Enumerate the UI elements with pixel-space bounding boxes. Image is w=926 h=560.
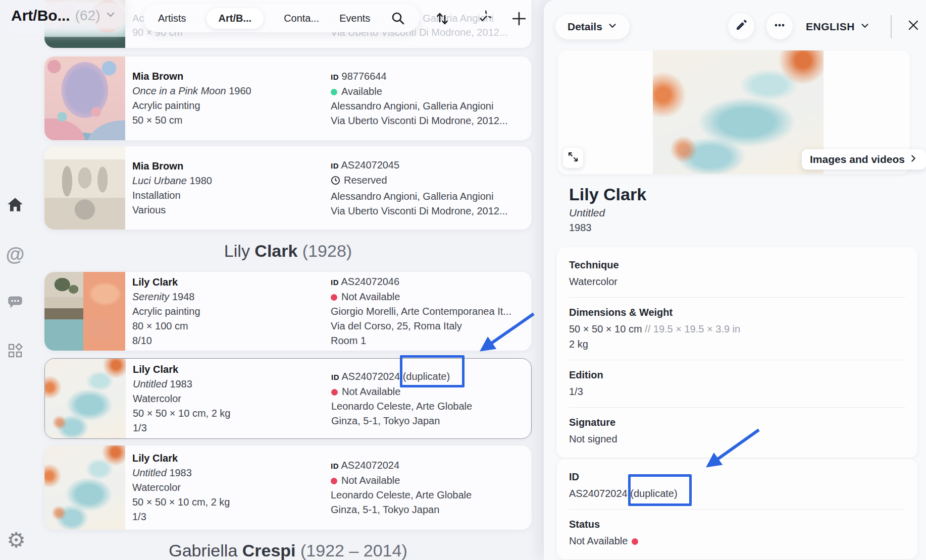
chevron-down-icon (607, 21, 618, 33)
artwork-year: 1983 (170, 378, 192, 389)
gear-icon: ⚙ (7, 528, 26, 552)
artist-section-header: Lily Clark (1928) (44, 241, 532, 261)
edit-button[interactable] (728, 13, 754, 39)
duplicate-flag: (duplicate) (403, 371, 450, 382)
images-and-videos-label: Images and videos (810, 153, 905, 165)
tab-artists[interactable]: Artists (158, 13, 186, 24)
more-options-button[interactable] (766, 13, 793, 39)
artwork-id-status-card: ID AS24072024 (duplicate) Status Not Ava… (557, 459, 917, 559)
artwork-title: Untitled (133, 378, 167, 389)
edition-value: 1/3 (569, 384, 905, 399)
details-dropdown[interactable]: Details (555, 14, 630, 39)
artist-years: (1922 – 2014) (300, 541, 407, 560)
artist-name: Lily Clark (133, 362, 331, 377)
details-panel: Details ENGLISH (544, 0, 926, 560)
sidebar-item-messages[interactable] (7, 294, 24, 311)
artwork-title: Once in a Pink Moon (132, 85, 226, 96)
status-label: Status (569, 518, 905, 531)
artwork-id: AS24072024 (341, 460, 399, 471)
artist-name: Mia Brown (132, 69, 331, 84)
tab-contacts[interactable]: Conta... (284, 13, 319, 24)
edition-label: Edition (569, 368, 905, 381)
add-button[interactable] (510, 11, 528, 28)
check-circle-icon (475, 11, 491, 29)
sidebar-item-dashboard[interactable] (7, 344, 23, 360)
artwork-id: AS24072024 (341, 371, 400, 382)
artwork-card[interactable]: Lily Clark Serenity 1948 Acrylic paintin… (44, 272, 532, 351)
id-label: ID (331, 373, 339, 381)
artwork-dimensions: Various (132, 203, 331, 217)
artwork-technique: Watercolor (132, 480, 331, 495)
panel-duplicate-flag: (duplicate) (630, 488, 677, 499)
select-button[interactable] (475, 11, 492, 28)
page-title[interactable]: Art/Bo... (62) (4, 3, 123, 28)
artwork-thumbnail (45, 359, 126, 438)
artwork-technique: Watercolor (133, 391, 331, 406)
artwork-edition: 1/3 (133, 421, 331, 435)
artwork-year: 1948 (172, 291, 195, 302)
address-text: Via Uberto Visconti Di Modrone, 2012... (331, 114, 524, 128)
artist-last-name: Clark (254, 241, 297, 260)
panel-artist-name: Lily Clark (569, 185, 646, 204)
id-label: ID (331, 73, 339, 81)
artwork-year: 1960 (229, 85, 251, 96)
id-label: ID (331, 161, 339, 170)
address-text: Ginza, 5-1, Tokyo Japan (331, 414, 523, 428)
chevron-right-icon (909, 153, 918, 165)
artwork-year: 1980 (189, 175, 212, 186)
sort-button[interactable] (434, 11, 451, 28)
sidebar-item-mentions[interactable]: @ (0, 243, 30, 265)
page-title-count: (62) (75, 8, 100, 24)
details-dropdown-label: Details (568, 21, 602, 33)
id-label: ID (569, 470, 905, 483)
tab-artworks[interactable]: Art/B... (207, 8, 264, 29)
panel-artwork-year: 1983 (569, 222, 592, 234)
search-icon[interactable] (390, 11, 405, 26)
artwork-technique: Acrylic painting (132, 98, 331, 113)
ellipsis-icon (773, 19, 786, 34)
artwork-card[interactable]: Mia Brown Luci Urbane 1980 Installation … (44, 146, 532, 230)
artwork-card-duplicate[interactable]: Lily Clark Untitled 1983 Watercolor 50 ×… (44, 358, 532, 439)
artwork-title: Luci Urbane (132, 175, 187, 186)
dimensions-metric: 50 × 50 × 10 cm (569, 323, 642, 334)
expand-icon (567, 151, 579, 165)
chevron-down-icon (860, 21, 870, 33)
artwork-thumbnail (44, 445, 125, 530)
artwork-image[interactable] (653, 50, 824, 174)
divider (569, 360, 905, 360)
artwork-technique: Installation (132, 188, 331, 203)
artwork-list: Acrylic painting 90 × 90 cm Alessandro A… (44, 0, 532, 560)
artwork-card[interactable]: Lily Clark Untitled 1983 Watercolor 50 ×… (44, 445, 532, 530)
owner-text: Leonardo Celeste, Arte Globale (331, 399, 523, 414)
at-icon: @ (6, 244, 24, 265)
artwork-dimensions: 50 × 50 × 10 cm, 2 kg (133, 406, 331, 421)
close-panel-button[interactable] (902, 15, 924, 37)
artist-first-name: Lily (224, 241, 250, 260)
room-text: Room 1 (331, 333, 524, 348)
sidebar-item-home[interactable] (7, 197, 24, 214)
divider (569, 509, 905, 510)
app-window: @ ⚙ Acrylic painting 90 × 90 cm (0, 0, 926, 560)
fullscreen-button[interactable] (563, 148, 583, 168)
images-and-videos-button[interactable]: Images and videos (802, 149, 926, 170)
artwork-title: Serenity (132, 291, 169, 302)
language-selector[interactable]: ENGLISH (806, 14, 870, 39)
owner-text: Giorgio Morelli, Arte Contemporanea It..… (331, 304, 524, 319)
weight-value: 2 kg (569, 337, 905, 352)
sidebar-item-settings[interactable]: ⚙ (5, 529, 27, 551)
artwork-card[interactable]: Mia Brown Once in a Pink Moon 1960 Acryl… (44, 57, 532, 140)
status-text: Not Available (342, 386, 400, 397)
status-text: Reserved (344, 175, 387, 186)
status-text: Not Available (341, 475, 400, 486)
technique-label: Technique (569, 258, 905, 271)
status-dot-not-available (331, 478, 337, 484)
id-label: ID (331, 278, 339, 287)
status-text: Available (341, 86, 382, 97)
artwork-id: AS24072046 (341, 276, 399, 287)
owner-text: Alessandro Angioni, Galleria Angioni (331, 99, 524, 114)
address-text: Via Uberto Visconti Di Modrone, 2012... (331, 204, 524, 218)
artwork-dimensions: 80 × 100 cm (132, 319, 331, 333)
language-label: ENGLISH (806, 21, 855, 33)
signature-label: Signature (569, 416, 905, 429)
tab-events[interactable]: Events (339, 13, 370, 24)
